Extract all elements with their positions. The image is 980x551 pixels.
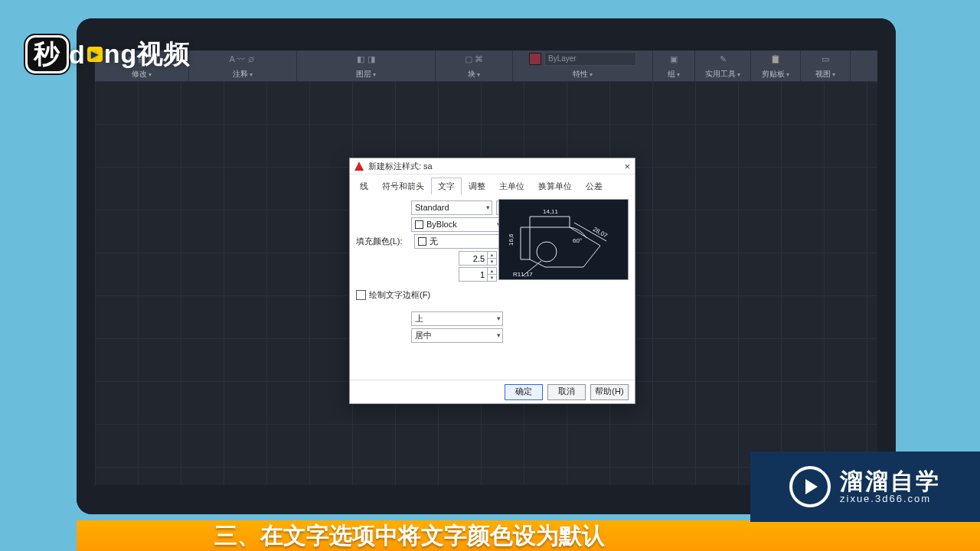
- text-height-spinner[interactable]: ▲▼: [459, 251, 497, 266]
- color-swatch-icon: [418, 237, 426, 246]
- fill-color-combo[interactable]: 无: [414, 234, 506, 249]
- dimension-preview: 14,11 16,6 28,07 60° R11,17: [498, 199, 629, 280]
- tab-tolerances[interactable]: 公差: [579, 178, 609, 194]
- text-height-input[interactable]: [459, 252, 487, 265]
- ribbon-group-utilities[interactable]: ✎ 实用工具: [695, 51, 751, 81]
- app-screen: ▣ ▤ ▥ 修改 A 〰 ⌀ 注释 ◧ ◨ 图层 ▢ ⌘ 块 ByLayer 特…: [95, 51, 877, 485]
- vertical-pos-combo[interactable]: 上: [411, 311, 503, 326]
- color-swatch-icon: [415, 220, 423, 229]
- dim-style-dialog: 新建标注样式: sa × 线 符号和箭头 文字 调整 主单位 换算单位 公差 S…: [349, 158, 635, 404]
- ribbon-group-view[interactable]: ▭ 视图: [801, 51, 851, 81]
- svg-text:R11,17: R11,17: [513, 271, 533, 278]
- svg-text:14,11: 14,11: [543, 208, 559, 215]
- fill-color-label: 填充颜色(L):: [356, 236, 410, 247]
- tab-primary-units[interactable]: 主单位: [492, 178, 531, 194]
- tab-alt-units[interactable]: 换算单位: [531, 178, 579, 194]
- ok-button[interactable]: 确定: [505, 384, 543, 400]
- monitor-frame: ▣ ▤ ▥ 修改 A 〰 ⌀ 注释 ◧ ◨ 图层 ▢ ⌘ 块 ByLayer 特…: [77, 18, 896, 514]
- brand-bottom-right: 溜溜自学 zixue.3d66.com: [750, 452, 980, 522]
- scale-spinner[interactable]: ▲▼: [459, 267, 497, 282]
- svg-text:16,6: 16,6: [508, 233, 514, 246]
- chevron-up-icon[interactable]: ▲: [487, 268, 496, 275]
- tab-lines[interactable]: 线: [353, 178, 375, 194]
- draw-frame-label: 绘制文字边框(F): [369, 289, 430, 301]
- app-icon: [354, 161, 364, 171]
- chevron-down-icon[interactable]: ▼: [487, 275, 496, 281]
- draw-frame-checkbox[interactable]: [356, 290, 366, 300]
- scale-input[interactable]: [459, 268, 487, 281]
- dialog-title: 新建标注样式: sa: [368, 161, 433, 172]
- ribbon-group-clipboard[interactable]: 📋 剪贴板: [751, 51, 801, 81]
- svg-point-0: [537, 242, 557, 262]
- text-style-combo[interactable]: Standard: [411, 201, 492, 215]
- ribbon-group-block[interactable]: ▢ ⌘ 块: [436, 51, 513, 81]
- caption-bar: 三、在文字选项中将文字颜色设为默认: [77, 520, 980, 551]
- play-icon: ▶: [87, 47, 103, 62]
- tab-fit[interactable]: 调整: [462, 178, 492, 194]
- color-swatch-icon[interactable]: [529, 53, 541, 65]
- horizontal-pos-combo[interactable]: 居中: [411, 328, 503, 343]
- help-button[interactable]: 帮助(H): [590, 384, 629, 400]
- ribbon: ▣ ▤ ▥ 修改 A 〰 ⌀ 注释 ◧ ◨ 图层 ▢ ⌘ 块 ByLayer 特…: [95, 51, 877, 82]
- ribbon-group-annotate[interactable]: A 〰 ⌀ 注释: [189, 51, 297, 81]
- caption-text: 三、在文字选项中将文字颜色设为默认: [214, 520, 605, 551]
- text-color-combo[interactable]: ByBlock: [411, 217, 503, 232]
- ribbon-group-layers[interactable]: ◧ ◨ 图层: [297, 51, 436, 81]
- brand-top-left: 秒 d ▶ ng视频: [28, 37, 191, 72]
- layer-combo[interactable]: ByLayer: [544, 52, 636, 66]
- svg-text:60°: 60°: [573, 237, 582, 244]
- cancel-button[interactable]: 取消: [547, 384, 586, 400]
- play-circle-icon: [789, 466, 831, 507]
- dialog-tabs: 线 符号和箭头 文字 调整 主单位 换算单位 公差: [350, 174, 635, 194]
- tab-symbols[interactable]: 符号和箭头: [375, 178, 431, 194]
- close-icon[interactable]: ×: [624, 161, 630, 172]
- chevron-down-icon[interactable]: ▼: [487, 259, 496, 265]
- dialog-titlebar: 新建标注样式: sa ×: [350, 158, 635, 174]
- ribbon-group-groups[interactable]: ▣ 组: [653, 51, 695, 81]
- tab-text[interactable]: 文字: [431, 178, 462, 194]
- ribbon-group-properties[interactable]: ByLayer 特性: [513, 51, 653, 81]
- dialog-footer: 确定 取消 帮助(H): [350, 380, 635, 403]
- chevron-up-icon[interactable]: ▲: [487, 252, 496, 259]
